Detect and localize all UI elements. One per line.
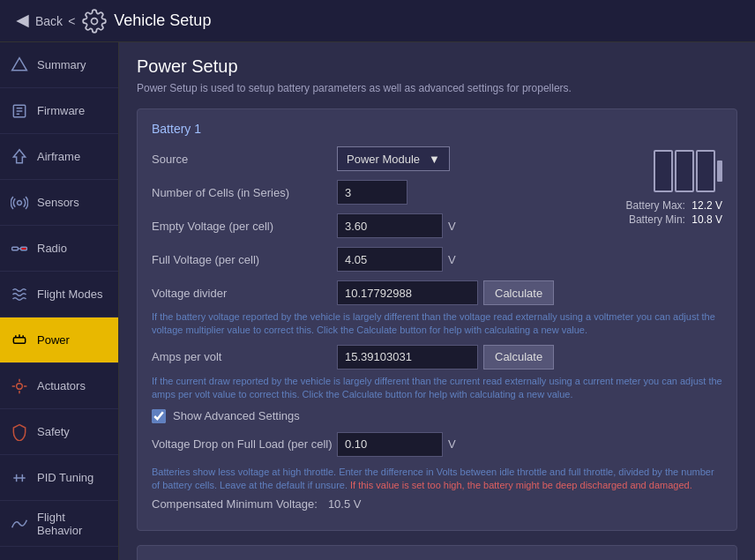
cells-label: Number of Cells (in Series) [152,186,337,199]
gear-icon [82,9,107,34]
empty-voltage-label: Empty Voltage (per cell) [152,220,337,233]
empty-voltage-unit: V [448,220,456,233]
sidebar-label-power: Power [37,333,70,347]
svg-marker-0 [18,16,28,26]
battery-cell-1 [654,150,673,192]
full-voltage-unit: V [448,253,456,266]
sidebar-item-actuators[interactable]: Actuators [0,363,118,409]
sidebar-item-firmware[interactable]: Firmware [0,88,118,134]
voltage-drop-unit: V [448,437,456,451]
sidebar-label-safety: Safety [37,425,70,438]
battery-cell-2 [675,150,694,192]
battery-diagram [654,150,722,192]
page-subtitle: Power Setup is used to setup battery par… [137,82,737,94]
voltage-divider-label: Voltage divider [152,287,337,300]
sidebar-item-flight-modes[interactable]: Flight Modes [0,272,118,317]
full-voltage-input[interactable] [337,247,443,272]
actuators-icon [9,376,30,397]
red-warning-text: If this value is set too high, the batte… [350,480,692,490]
battery1-title: Battery 1 [152,122,722,136]
comp-voltage-label: Compensated Minimum Voltage: [152,497,318,511]
source-label: Source [152,153,337,166]
sidebar-item-radio[interactable]: Radio [0,226,118,272]
sidebar-label-actuators: Actuators [37,379,86,392]
page-title: Power Setup [137,56,737,77]
back-label: Back [35,14,63,28]
sidebar-label-pid-tuning: PID Tuning [37,471,93,484]
source-select[interactable]: Power Module ▼ [337,146,450,171]
svg-point-7 [18,200,22,205]
svg-point-1 [92,18,98,24]
show-advanced-checkbox[interactable] [152,409,166,423]
battery-max-stat: Battery Max: 12.2 V [626,199,722,212]
comp-voltage-row: Compensated Minimum Voltage: 10.5 V [152,497,722,511]
sidebar-item-flight-behavior[interactable]: Flight Behavior [0,501,118,547]
main-layout: Summary Firmware Airframe [0,42,755,560]
battery1-section: Battery 1 Source Power Module ▼ Number o… [137,108,737,531]
sidebar-label-sensors: Sensors [37,196,79,209]
content-area: Power Setup Power Setup is used to setup… [119,42,755,560]
sidebar-label-flight-modes: Flight Modes [37,287,102,301]
voltage-divider-calculate-button[interactable]: Calculate [483,280,554,305]
battery-cell-3 [696,150,715,192]
svg-rect-11 [13,337,25,343]
flight-modes-icon [9,284,30,305]
voltage-divider-input[interactable] [337,280,478,305]
voltage-drop-row: Voltage Drop on Full Load (per cell) V [152,432,722,457]
voltage-info: If the battery voltage reported by the v… [152,310,722,338]
amps-row: Amps per volt Calculate [152,345,722,370]
advanced-settings-row: Show Advanced Settings [152,409,722,423]
empty-voltage-row: Empty Voltage (per cell) V [152,213,612,238]
safety-icon [9,422,30,443]
page-header-title: Vehicle Setup [114,11,211,30]
voltage-drop-input[interactable] [337,432,443,457]
battery2-section: Battery 2 Source Disabled ▼ [137,545,737,560]
header: Back < Vehicle Setup [0,0,755,42]
sidebar-item-safety[interactable]: Safety [0,409,118,455]
empty-voltage-input[interactable] [337,213,443,238]
back-button[interactable]: Back < [14,12,75,30]
battery-terminal [717,161,722,182]
summary-icon [9,55,30,76]
voltage-divider-row: Voltage divider Calculate [152,280,722,305]
svg-rect-9 [21,247,27,250]
cells-row: Number of Cells (in Series) [152,180,612,205]
voltage-drop-label: Voltage Drop on Full Load (per cell) [152,437,337,451]
svg-rect-8 [12,247,19,250]
back-chevron: < [68,14,75,28]
svg-point-15 [17,383,23,389]
amps-label: Amps per volt [152,350,337,363]
sidebar-item-power[interactable]: Power [0,317,118,363]
battery-stats: Battery Max: 12.2 V Battery Min: 10.8 V [626,199,722,228]
flight-behavior-icon [9,513,30,534]
sidebar-label-radio: Radio [37,242,67,255]
battery-min-stat: Battery Min: 10.8 V [626,213,722,226]
sidebar-label-summary: Summary [37,58,86,71]
radio-icon [9,238,30,259]
sidebar-label-firmware: Firmware [37,104,85,117]
amps-input[interactable] [337,345,478,370]
firmware-icon [9,101,30,122]
comp-voltage-value: 10.5 V [328,497,362,511]
source-dropdown-icon: ▼ [429,153,440,166]
amps-calculate-button[interactable]: Calculate [483,345,554,370]
sensors-icon [9,192,30,213]
sidebar-label-flight-behavior: Flight Behavior [37,511,109,537]
source-value: Power Module [347,153,420,166]
sidebar-item-summary[interactable]: Summary [0,42,118,88]
svg-marker-2 [12,57,27,70]
sidebar-item-pid-tuning[interactable]: PID Tuning [0,455,118,501]
source-row: Source Power Module ▼ [152,146,612,171]
sidebar-item-camera[interactable]: Camera [0,547,118,560]
sidebar-label-airframe: Airframe [37,150,80,163]
show-advanced-label[interactable]: Show Advanced Settings [173,409,300,422]
full-voltage-row: Full Voltage (per cell) V [152,247,612,272]
cells-input[interactable] [337,180,407,205]
sidebar: Summary Firmware Airframe [0,42,119,560]
power-icon [9,330,30,351]
sidebar-item-sensors[interactable]: Sensors [0,180,118,226]
pid-icon [9,467,30,489]
sidebar-item-airframe[interactable]: Airframe [0,134,118,180]
full-voltage-label: Full Voltage (per cell) [152,253,337,266]
airframe-icon [9,146,30,168]
